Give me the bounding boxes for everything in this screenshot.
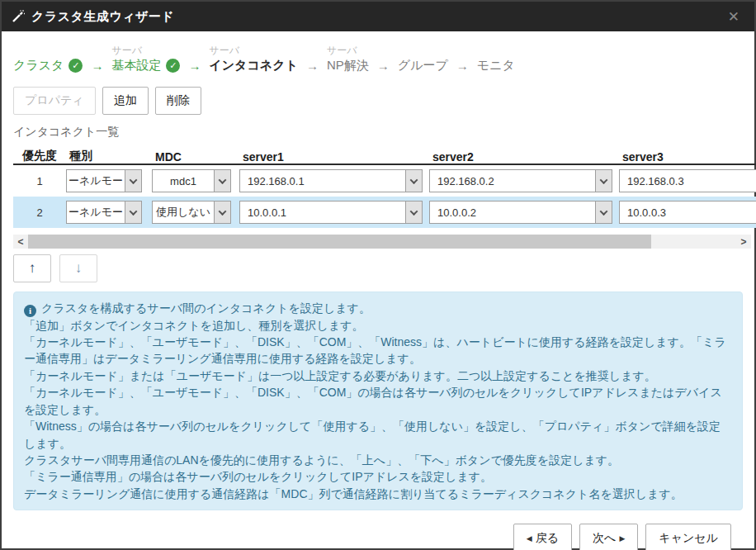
info-box: iクラスタを構成するサーバ間のインタコネクトを設定します。 「追加」ボタンでイン…: [13, 292, 743, 510]
footer-buttons: ◀ 戻る 次へ ▶ キャンセル: [13, 510, 743, 550]
col-header-server2: server2: [429, 150, 619, 164]
step-sublabel: サーバ: [111, 43, 180, 58]
chevron-down-icon: [214, 170, 230, 192]
scroll-left-icon[interactable]: <: [13, 235, 28, 249]
dialog-title: クラスタ生成ウィザード: [31, 9, 174, 25]
col-header-priority: 優先度: [13, 149, 66, 164]
wizard-dialog: クラスタ生成ウィザード ✕ クラスタ ✓ → サーバ 基本設定 ✓ →: [0, 0, 756, 550]
priority-controls: ↑ ↓: [13, 254, 743, 282]
arrow-icon: →: [369, 59, 398, 73]
chevron-down-icon: [125, 202, 141, 223]
wizard-wand-icon: [12, 10, 25, 23]
step-np-resolution[interactable]: サーバ NP解決: [327, 43, 369, 73]
server3-value: 192.168.0.3: [620, 170, 756, 192]
col-header-type: 種別: [66, 149, 152, 164]
arrow-icon: →: [180, 59, 209, 73]
step-interconnect-label: インタコネクト: [209, 58, 297, 73]
server1-cell[interactable]: 10.0.0.1: [239, 201, 423, 224]
chevron-down-icon: [595, 170, 612, 192]
info-line: データミラーリング通信に使用する通信経路は「MDC」列で通信経路に割り当てるミラ…: [24, 486, 732, 502]
server3-value: 10.0.0.3: [620, 202, 756, 223]
check-icon: ✓: [166, 59, 180, 73]
step-monitor-label: モニタ: [477, 58, 515, 73]
step-sublabel-empty: [13, 43, 83, 58]
mdc-select-value: mdc1: [153, 170, 214, 192]
delete-button[interactable]: 削除: [155, 87, 201, 115]
info-line: クラスタサーバ間専用通信のLANを優先的に使用するように、「上へ」、「下へ」ボタ…: [24, 452, 732, 468]
cancel-button[interactable]: キャンセル: [645, 524, 731, 550]
back-button[interactable]: ◀ 戻る: [513, 524, 572, 550]
table-header-row: 優先度 種別 MDC server1 server2 server3: [13, 144, 756, 165]
server1-cell[interactable]: 192.168.0.1: [239, 169, 423, 192]
step-group-label: グループ: [398, 58, 448, 73]
wizard-steps: クラスタ ✓ → サーバ 基本設定 ✓ → サーバ インタコネクト →: [13, 43, 743, 73]
mdc-select[interactable]: mdc1: [152, 169, 231, 192]
info-text: クラスタを構成するサーバ間のインタコネクトを設定します。: [41, 301, 371, 315]
step-group[interactable]: グループ: [398, 43, 448, 73]
scrollbar-thumb[interactable]: [28, 235, 651, 249]
chevron-down-icon: [405, 202, 422, 223]
step-np-label: NP解決: [327, 58, 369, 73]
info-line: iクラスタを構成するサーバ間のインタコネクトを設定します。: [24, 300, 732, 317]
priority-cell: 1: [13, 175, 66, 187]
server2-value: 192.168.0.2: [430, 170, 595, 192]
col-header-mdc: MDC: [152, 150, 239, 164]
table-row[interactable]: 1 カーネルモード mdc1: [13, 165, 756, 197]
step-interconnect[interactable]: サーバ インタコネクト: [209, 43, 297, 73]
server2-value: 10.0.0.2: [430, 202, 595, 223]
step-sublabel-empty: [398, 43, 448, 58]
info-line: 「カーネルモード」、「ユーザモード」、「DISK」、「COM」、「Witness…: [24, 334, 732, 367]
info-line: 「カーネルモード」または「ユーザモード」は一つ以上設定する必要があります。二つ以…: [24, 367, 732, 384]
info-line: 「追加」ボタンでインタコネクトを追加し、種別を選択します。: [24, 317, 732, 334]
col-header-server1: server1: [239, 150, 429, 164]
toolbar: プロパティ 追加 削除: [13, 87, 743, 115]
horizontal-scrollbar[interactable]: < >: [13, 235, 751, 249]
step-cluster[interactable]: クラスタ ✓: [13, 43, 83, 73]
step-basic-settings[interactable]: サーバ 基本設定 ✓: [111, 43, 180, 73]
server1-value: 192.168.0.1: [240, 170, 405, 192]
next-button-label: 次へ: [593, 531, 616, 546]
scrollbar-track[interactable]: [28, 235, 736, 249]
move-down-button[interactable]: ↓: [59, 254, 97, 282]
server3-cell[interactable]: 192.168.0.3: [619, 169, 756, 192]
scroll-right-icon[interactable]: >: [736, 235, 751, 249]
info-line: 「Witness」の場合は各サーバ列のセルをクリックして「使用する」、「使用しな…: [24, 418, 732, 452]
server1-value: 10.0.0.1: [240, 202, 405, 223]
arrow-icon: →: [448, 59, 477, 73]
col-header-server3: server3: [619, 150, 756, 164]
step-basic-label: 基本設定: [111, 58, 161, 73]
chevron-down-icon: [214, 202, 230, 223]
type-select[interactable]: カーネルモード: [66, 169, 142, 192]
step-sublabel: サーバ: [209, 43, 297, 58]
type-select[interactable]: カーネルモード: [66, 201, 142, 224]
next-button[interactable]: 次へ ▶: [579, 524, 638, 550]
add-button[interactable]: 追加: [102, 87, 149, 115]
mdc-select[interactable]: 使用しない: [152, 201, 231, 224]
arrow-up-icon: ↑: [29, 260, 36, 277]
step-sublabel: サーバ: [327, 43, 369, 58]
server2-cell[interactable]: 192.168.0.2: [429, 169, 612, 192]
interconnect-table: 優先度 種別 MDC server1 server2 server3 1 カーネ…: [13, 144, 756, 228]
step-monitor[interactable]: モニタ: [477, 43, 515, 73]
step-sublabel-empty: [477, 43, 515, 58]
arrow-down-icon: ↓: [75, 260, 83, 277]
server3-cell[interactable]: 10.0.0.3: [619, 201, 756, 224]
server2-cell[interactable]: 10.0.0.2: [429, 201, 612, 224]
info-line: 「カーネルモード」、「ユーザモード」、「DISK」、「COM」の場合は各サーバ列…: [24, 384, 732, 418]
triangle-left-icon: ◀: [527, 534, 532, 543]
type-select-value: カーネルモード: [67, 170, 125, 192]
priority-cell: 2: [13, 206, 66, 219]
chevron-down-icon: [595, 202, 612, 223]
close-icon[interactable]: ✕: [723, 8, 744, 26]
properties-button[interactable]: プロパティ: [13, 87, 96, 115]
title-bar: クラスタ生成ウィザード ✕: [2, 2, 754, 31]
table-row[interactable]: 2 カーネルモード 使用しない: [13, 197, 756, 228]
chevron-down-icon: [125, 170, 141, 192]
step-cluster-label: クラスタ: [13, 58, 64, 73]
arrow-icon: →: [83, 59, 111, 73]
dialog-content: クラスタ ✓ → サーバ 基本設定 ✓ → サーバ インタコネクト →: [2, 31, 754, 550]
interconnect-list-caption: インタコネクト一覧: [13, 125, 743, 140]
move-up-button[interactable]: ↑: [13, 254, 51, 282]
chevron-down-icon: [405, 170, 422, 192]
cancel-button-label: キャンセル: [659, 531, 718, 546]
